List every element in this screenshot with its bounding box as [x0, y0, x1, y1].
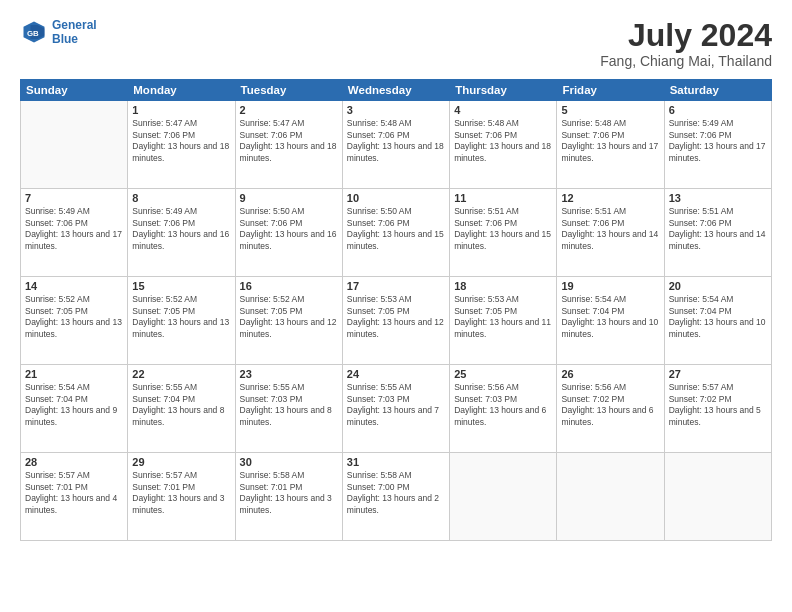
cell-info: Sunrise: 5:48 AMSunset: 7:06 PMDaylight:…	[561, 118, 659, 164]
cell-info: Sunrise: 5:49 AMSunset: 7:06 PMDaylight:…	[132, 206, 230, 252]
logo-line1: General	[52, 18, 97, 32]
calendar-cell: 7Sunrise: 5:49 AMSunset: 7:06 PMDaylight…	[21, 189, 128, 277]
calendar-cell: 3Sunrise: 5:48 AMSunset: 7:06 PMDaylight…	[342, 101, 449, 189]
day-number: 17	[347, 280, 445, 292]
cell-info: Sunrise: 5:53 AMSunset: 7:05 PMDaylight:…	[454, 294, 552, 340]
day-number: 26	[561, 368, 659, 380]
calendar-week-row: 1Sunrise: 5:47 AMSunset: 7:06 PMDaylight…	[21, 101, 772, 189]
calendar-cell: 6Sunrise: 5:49 AMSunset: 7:06 PMDaylight…	[664, 101, 771, 189]
day-number: 5	[561, 104, 659, 116]
day-number: 23	[240, 368, 338, 380]
calendar-header-row: SundayMondayTuesdayWednesdayThursdayFrid…	[21, 80, 772, 101]
cell-info: Sunrise: 5:54 AMSunset: 7:04 PMDaylight:…	[25, 382, 123, 428]
calendar-cell: 2Sunrise: 5:47 AMSunset: 7:06 PMDaylight…	[235, 101, 342, 189]
day-number: 11	[454, 192, 552, 204]
day-number: 8	[132, 192, 230, 204]
calendar-cell	[21, 101, 128, 189]
header: GB General Blue July 2024 Fang, Chiang M…	[20, 18, 772, 69]
calendar-day-header: Wednesday	[342, 80, 449, 101]
calendar-cell: 10Sunrise: 5:50 AMSunset: 7:06 PMDayligh…	[342, 189, 449, 277]
day-number: 20	[669, 280, 767, 292]
calendar-cell: 27Sunrise: 5:57 AMSunset: 7:02 PMDayligh…	[664, 365, 771, 453]
calendar-day-header: Tuesday	[235, 80, 342, 101]
calendar-cell: 18Sunrise: 5:53 AMSunset: 7:05 PMDayligh…	[450, 277, 557, 365]
logo-line2: Blue	[52, 32, 97, 46]
calendar-day-header: Saturday	[664, 80, 771, 101]
day-number: 25	[454, 368, 552, 380]
cell-info: Sunrise: 5:47 AMSunset: 7:06 PMDaylight:…	[132, 118, 230, 164]
day-number: 31	[347, 456, 445, 468]
calendar-week-row: 14Sunrise: 5:52 AMSunset: 7:05 PMDayligh…	[21, 277, 772, 365]
cell-info: Sunrise: 5:57 AMSunset: 7:01 PMDaylight:…	[25, 470, 123, 516]
calendar-cell: 9Sunrise: 5:50 AMSunset: 7:06 PMDaylight…	[235, 189, 342, 277]
cell-info: Sunrise: 5:48 AMSunset: 7:06 PMDaylight:…	[454, 118, 552, 164]
calendar-week-row: 21Sunrise: 5:54 AMSunset: 7:04 PMDayligh…	[21, 365, 772, 453]
day-number: 4	[454, 104, 552, 116]
calendar-cell: 21Sunrise: 5:54 AMSunset: 7:04 PMDayligh…	[21, 365, 128, 453]
calendar-cell: 1Sunrise: 5:47 AMSunset: 7:06 PMDaylight…	[128, 101, 235, 189]
logo-icon: GB	[20, 18, 48, 46]
cell-info: Sunrise: 5:52 AMSunset: 7:05 PMDaylight:…	[132, 294, 230, 340]
day-number: 21	[25, 368, 123, 380]
calendar-cell: 25Sunrise: 5:56 AMSunset: 7:03 PMDayligh…	[450, 365, 557, 453]
day-number: 29	[132, 456, 230, 468]
cell-info: Sunrise: 5:56 AMSunset: 7:03 PMDaylight:…	[454, 382, 552, 428]
cell-info: Sunrise: 5:54 AMSunset: 7:04 PMDaylight:…	[669, 294, 767, 340]
calendar-cell: 23Sunrise: 5:55 AMSunset: 7:03 PMDayligh…	[235, 365, 342, 453]
calendar-cell: 13Sunrise: 5:51 AMSunset: 7:06 PMDayligh…	[664, 189, 771, 277]
cell-info: Sunrise: 5:57 AMSunset: 7:01 PMDaylight:…	[132, 470, 230, 516]
calendar-cell: 17Sunrise: 5:53 AMSunset: 7:05 PMDayligh…	[342, 277, 449, 365]
calendar-cell: 4Sunrise: 5:48 AMSunset: 7:06 PMDaylight…	[450, 101, 557, 189]
cell-info: Sunrise: 5:47 AMSunset: 7:06 PMDaylight:…	[240, 118, 338, 164]
calendar-cell: 8Sunrise: 5:49 AMSunset: 7:06 PMDaylight…	[128, 189, 235, 277]
calendar-week-row: 7Sunrise: 5:49 AMSunset: 7:06 PMDaylight…	[21, 189, 772, 277]
calendar-cell: 11Sunrise: 5:51 AMSunset: 7:06 PMDayligh…	[450, 189, 557, 277]
cell-info: Sunrise: 5:48 AMSunset: 7:06 PMDaylight:…	[347, 118, 445, 164]
day-number: 3	[347, 104, 445, 116]
day-number: 19	[561, 280, 659, 292]
cell-info: Sunrise: 5:49 AMSunset: 7:06 PMDaylight:…	[669, 118, 767, 164]
day-number: 14	[25, 280, 123, 292]
page: GB General Blue July 2024 Fang, Chiang M…	[0, 0, 792, 612]
calendar-day-header: Monday	[128, 80, 235, 101]
calendar-day-header: Thursday	[450, 80, 557, 101]
calendar-cell: 12Sunrise: 5:51 AMSunset: 7:06 PMDayligh…	[557, 189, 664, 277]
cell-info: Sunrise: 5:54 AMSunset: 7:04 PMDaylight:…	[561, 294, 659, 340]
day-number: 9	[240, 192, 338, 204]
calendar-cell: 24Sunrise: 5:55 AMSunset: 7:03 PMDayligh…	[342, 365, 449, 453]
location-title: Fang, Chiang Mai, Thailand	[600, 53, 772, 69]
cell-info: Sunrise: 5:55 AMSunset: 7:03 PMDaylight:…	[347, 382, 445, 428]
cell-info: Sunrise: 5:52 AMSunset: 7:05 PMDaylight:…	[25, 294, 123, 340]
month-title: July 2024	[600, 18, 772, 53]
calendar-cell: 22Sunrise: 5:55 AMSunset: 7:04 PMDayligh…	[128, 365, 235, 453]
cell-info: Sunrise: 5:55 AMSunset: 7:04 PMDaylight:…	[132, 382, 230, 428]
calendar-cell: 30Sunrise: 5:58 AMSunset: 7:01 PMDayligh…	[235, 453, 342, 541]
calendar-week-row: 28Sunrise: 5:57 AMSunset: 7:01 PMDayligh…	[21, 453, 772, 541]
day-number: 7	[25, 192, 123, 204]
cell-info: Sunrise: 5:55 AMSunset: 7:03 PMDaylight:…	[240, 382, 338, 428]
day-number: 13	[669, 192, 767, 204]
day-number: 22	[132, 368, 230, 380]
calendar-cell: 16Sunrise: 5:52 AMSunset: 7:05 PMDayligh…	[235, 277, 342, 365]
day-number: 27	[669, 368, 767, 380]
cell-info: Sunrise: 5:50 AMSunset: 7:06 PMDaylight:…	[347, 206, 445, 252]
calendar-cell	[664, 453, 771, 541]
cell-info: Sunrise: 5:56 AMSunset: 7:02 PMDaylight:…	[561, 382, 659, 428]
calendar-body: 1Sunrise: 5:47 AMSunset: 7:06 PMDaylight…	[21, 101, 772, 541]
cell-info: Sunrise: 5:53 AMSunset: 7:05 PMDaylight:…	[347, 294, 445, 340]
calendar-cell: 14Sunrise: 5:52 AMSunset: 7:05 PMDayligh…	[21, 277, 128, 365]
day-number: 6	[669, 104, 767, 116]
calendar-cell: 28Sunrise: 5:57 AMSunset: 7:01 PMDayligh…	[21, 453, 128, 541]
calendar-day-header: Friday	[557, 80, 664, 101]
cell-info: Sunrise: 5:58 AMSunset: 7:01 PMDaylight:…	[240, 470, 338, 516]
calendar-cell	[557, 453, 664, 541]
day-number: 18	[454, 280, 552, 292]
calendar-cell: 20Sunrise: 5:54 AMSunset: 7:04 PMDayligh…	[664, 277, 771, 365]
cell-info: Sunrise: 5:51 AMSunset: 7:06 PMDaylight:…	[561, 206, 659, 252]
calendar-cell: 31Sunrise: 5:58 AMSunset: 7:00 PMDayligh…	[342, 453, 449, 541]
day-number: 15	[132, 280, 230, 292]
day-number: 10	[347, 192, 445, 204]
day-number: 28	[25, 456, 123, 468]
title-block: July 2024 Fang, Chiang Mai, Thailand	[600, 18, 772, 69]
cell-info: Sunrise: 5:58 AMSunset: 7:00 PMDaylight:…	[347, 470, 445, 516]
